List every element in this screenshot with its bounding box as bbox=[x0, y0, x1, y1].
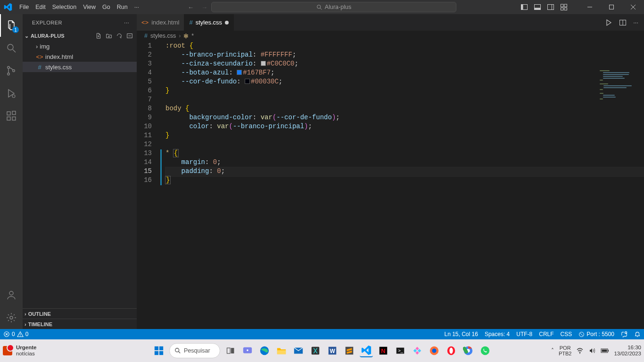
menu-view[interactable]: View bbox=[80, 0, 99, 14]
volume-icon[interactable] bbox=[588, 347, 596, 354]
run-icon[interactable] bbox=[605, 19, 612, 26]
taskbar-news-widget[interactable]: Urgente notícias bbox=[3, 345, 36, 356]
svg-text:W: W bbox=[330, 348, 335, 354]
css-file-icon: # bbox=[144, 33, 148, 39]
tray-overflow-icon[interactable]: ˄ bbox=[551, 347, 554, 354]
nav-forward-icon[interactable]: → bbox=[201, 4, 207, 11]
new-folder-icon[interactable] bbox=[106, 33, 112, 39]
taskbar-explorer-icon[interactable] bbox=[275, 344, 288, 357]
nav-back-icon[interactable]: ← bbox=[188, 4, 194, 11]
menu-go[interactable]: Go bbox=[99, 0, 114, 14]
battery-icon[interactable] bbox=[601, 348, 609, 354]
activity-settings[interactable] bbox=[0, 306, 23, 329]
wifi-icon[interactable] bbox=[576, 347, 584, 354]
svg-rect-56 bbox=[346, 347, 354, 355]
taskbar-vscode-icon[interactable] bbox=[360, 344, 373, 357]
taskbar-terminal-icon[interactable]: >_ bbox=[394, 344, 407, 357]
taskbar-firefox-icon[interactable] bbox=[428, 344, 441, 357]
menu-overflow[interactable]: ··· bbox=[131, 0, 142, 14]
svg-rect-7 bbox=[552, 5, 554, 10]
status-liveserver[interactable]: Port : 5500 bbox=[575, 329, 618, 339]
taskbar-app2-icon[interactable]: N bbox=[377, 344, 390, 357]
customize-layout-icon[interactable] bbox=[560, 3, 568, 11]
command-center[interactable]: Alura-plus bbox=[211, 2, 456, 12]
taskbar-chrome-icon[interactable] bbox=[462, 344, 475, 357]
activity-accounts[interactable] bbox=[0, 284, 23, 306]
taskbar-app3-icon[interactable] bbox=[411, 344, 424, 357]
tab-index-html[interactable]: <> index.html bbox=[137, 14, 184, 31]
outline-section[interactable]: › OUTLINE bbox=[23, 308, 137, 319]
taskbar-app1-icon[interactable] bbox=[309, 344, 322, 357]
status-lncol[interactable]: Ln 15, Col 16 bbox=[441, 329, 481, 339]
timeline-title: TIMELINE bbox=[28, 321, 52, 327]
new-file-icon[interactable] bbox=[95, 33, 102, 39]
breadcrumbs[interactable]: # styles.css › ✻ * bbox=[137, 31, 644, 41]
sidebar: EXPLORER ··· ⌄ ALURA-PLUS › img <> index… bbox=[23, 14, 137, 329]
status-bell-icon[interactable] bbox=[631, 329, 644, 339]
tree-label: img bbox=[40, 43, 50, 50]
chevron-right-icon: › bbox=[36, 43, 38, 50]
taskbar-sublime-icon[interactable] bbox=[343, 344, 356, 357]
collapse-icon[interactable] bbox=[126, 33, 133, 39]
tab-label: styles.css bbox=[196, 19, 222, 26]
svg-line-1 bbox=[320, 8, 322, 9]
status-errors[interactable]: 0 0 bbox=[0, 329, 32, 339]
taskbar-language[interactable]: POR PTB2 bbox=[559, 345, 572, 356]
activity-run-debug[interactable] bbox=[0, 82, 23, 105]
toggle-primary-sidebar-icon[interactable] bbox=[520, 3, 528, 11]
tree-item-folder-img[interactable]: › img bbox=[23, 41, 137, 51]
taskbar-edge-icon[interactable] bbox=[258, 344, 271, 357]
status-feedback-icon[interactable] bbox=[618, 329, 631, 339]
activity-extensions[interactable] bbox=[0, 105, 23, 127]
svg-text:N: N bbox=[381, 347, 385, 354]
svg-rect-23 bbox=[7, 117, 10, 120]
tree-item-index-html[interactable]: <> index.html bbox=[23, 51, 137, 62]
status-language[interactable]: CSS bbox=[557, 329, 576, 339]
start-button[interactable] bbox=[152, 344, 165, 357]
split-editor-icon[interactable] bbox=[619, 19, 627, 26]
activity-scm[interactable] bbox=[0, 59, 23, 82]
tab-styles-css[interactable]: # styles.css bbox=[184, 14, 234, 31]
timeline-section[interactable]: › TIMELINE bbox=[23, 319, 137, 329]
taskbar-opera-icon[interactable] bbox=[445, 344, 458, 357]
sidebar-more-icon[interactable]: ··· bbox=[124, 20, 129, 25]
toggle-panel-icon[interactable] bbox=[534, 3, 541, 11]
toggle-secondary-sidebar-icon[interactable] bbox=[547, 3, 554, 11]
taskbar-mail-icon[interactable] bbox=[292, 344, 305, 357]
activity-search[interactable] bbox=[0, 37, 23, 59]
editor-more-icon[interactable]: ··· bbox=[633, 19, 638, 26]
svg-rect-11 bbox=[564, 8, 567, 10]
svg-point-64 bbox=[449, 348, 453, 354]
taskbar-clock[interactable]: 16:30 13/02/2023 bbox=[614, 345, 641, 357]
status-spaces[interactable]: Spaces: 4 bbox=[481, 329, 513, 339]
menu-selection[interactable]: Selection bbox=[49, 0, 80, 14]
window-minimize[interactable] bbox=[579, 0, 601, 14]
taskbar-search[interactable]: Pesquisar bbox=[169, 343, 220, 358]
tree-item-styles-css[interactable]: # styles.css bbox=[23, 62, 137, 72]
taskbar-chat-icon[interactable] bbox=[241, 344, 254, 357]
task-view-icon[interactable] bbox=[224, 344, 237, 357]
menu-edit[interactable]: Edit bbox=[32, 0, 49, 14]
menu-file[interactable]: File bbox=[16, 0, 32, 14]
activity-explorer[interactable]: 1 bbox=[0, 14, 23, 37]
window-close[interactable] bbox=[622, 0, 644, 14]
tab-bar: <> index.html # styles.css ··· bbox=[137, 14, 644, 31]
code-editor[interactable]: 12345678910111213141516 :root { --branco… bbox=[137, 41, 644, 329]
svg-rect-25 bbox=[12, 111, 16, 115]
status-eol[interactable]: CRLF bbox=[536, 329, 557, 339]
menu-run[interactable]: Run bbox=[114, 0, 131, 14]
folder-header[interactable]: ⌄ ALURA-PLUS bbox=[23, 31, 137, 41]
status-encoding[interactable]: UTF-8 bbox=[513, 329, 536, 339]
breadcrumb-file[interactable]: styles.css bbox=[150, 33, 176, 39]
breadcrumb-symbol[interactable]: * bbox=[191, 33, 194, 39]
svg-rect-71 bbox=[602, 350, 607, 352]
status-bar: 0 0 Ln 15, Col 16 Spaces: 4 UTF-8 CRLF C… bbox=[0, 329, 644, 339]
svg-text:>_: >_ bbox=[398, 348, 403, 353]
taskbar-whatsapp-icon[interactable] bbox=[479, 344, 492, 357]
svg-line-45 bbox=[179, 352, 181, 354]
svg-point-19 bbox=[8, 73, 10, 75]
taskbar-word-icon[interactable]: W bbox=[326, 344, 339, 357]
refresh-icon[interactable] bbox=[116, 33, 123, 39]
css-rule-icon: ✻ bbox=[183, 33, 189, 40]
window-maximize[interactable] bbox=[601, 0, 622, 14]
